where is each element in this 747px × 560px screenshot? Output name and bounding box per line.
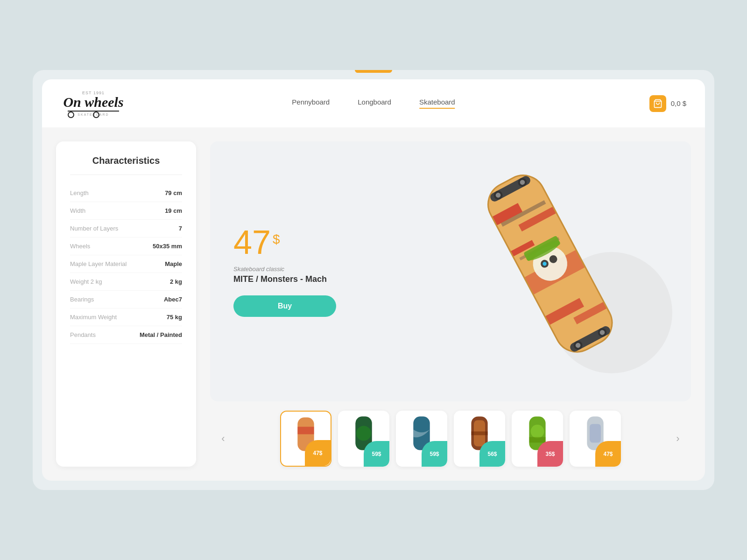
product-info: 47 $ Skateboard classic MITE / Monsters … — [233, 160, 336, 317]
logo-area: EST 1991 On wheels SKATEBOARD — [61, 91, 126, 116]
cart-button[interactable] — [649, 95, 666, 112]
char-value-bearings: Abec7 — [164, 296, 182, 303]
prev-arrow[interactable]: ‹ — [215, 430, 232, 447]
char-row-pendants: Pendants Metal / Painted — [70, 326, 182, 344]
thumb-card-1[interactable]: 59$ — [338, 411, 389, 467]
product-price-currency: $ — [273, 233, 280, 246]
char-value-weight: 2 kg — [170, 278, 182, 285]
nav-skateboard[interactable]: Skateboard — [419, 98, 455, 109]
skateboard-svg — [459, 153, 641, 374]
thumb-card-5[interactable]: 47$ — [570, 411, 621, 467]
char-row-wheels: Wheels 50x35 mm — [70, 238, 182, 255]
cart-area: 0,0 $ — [649, 95, 686, 112]
svg-point-41 — [531, 425, 544, 438]
thumb-price-2: 59$ — [422, 441, 447, 467]
svg-point-34 — [356, 426, 371, 441]
thumb-price-badge-0: 47$ — [305, 440, 331, 466]
thumb-price-badge-4: 35$ — [537, 441, 563, 467]
svg-rect-45 — [590, 424, 601, 442]
logo-wheel-left — [68, 112, 74, 118]
char-value-wheels: 50x35 mm — [153, 243, 182, 250]
char-label-max-weight: Maximum Weight — [70, 314, 117, 321]
thumbnails-row: ‹ — [210, 411, 691, 467]
thumb-price-badge-5: 47$ — [595, 441, 621, 467]
main-skateboard — [459, 131, 687, 382]
char-label-width: Width — [70, 207, 85, 214]
thumb-card-0[interactable]: 47$ — [280, 411, 331, 467]
logo-wheel-right — [93, 112, 99, 118]
body-area: Characteristics Length 79 cm Width 19 cm… — [42, 127, 705, 481]
characteristics-title: Characteristics — [70, 155, 182, 175]
product-main: 47 $ Skateboard classic MITE / Monsters … — [210, 141, 691, 401]
thumbs-container: 47$ — [232, 411, 669, 467]
thumb-card-3[interactable]: 56$ — [454, 411, 505, 467]
product-price-number: 47 — [233, 225, 271, 259]
char-value-maple: Maple — [165, 260, 182, 267]
svg-rect-31 — [297, 427, 314, 434]
skateboard-display — [467, 151, 663, 392]
logo-brand-text: On wheels — [63, 95, 123, 109]
thumb-price-1: 59$ — [364, 441, 389, 467]
content-area: 47 $ Skateboard classic MITE / Monsters … — [210, 141, 691, 467]
thumb-card-4[interactable]: 35$ — [512, 411, 563, 467]
cart-icon — [653, 99, 662, 108]
char-value-length: 79 cm — [165, 189, 182, 196]
char-row-maple: Maple Layer Material Maple — [70, 255, 182, 273]
thumb-price-0: 47$ — [305, 440, 331, 466]
main-nav: Pennyboard Longboard Skateboard — [292, 98, 455, 109]
thumb-price-4: 35$ — [537, 441, 563, 467]
nav-pennyboard[interactable]: Pennyboard — [292, 98, 330, 109]
thumb-card-2[interactable]: 59$ — [396, 411, 447, 467]
buy-button[interactable]: Buy — [233, 295, 336, 317]
outer-container: EST 1991 On wheels SKATEBOARD Pennyboard… — [33, 70, 714, 490]
char-value-pendants: Metal / Painted — [140, 331, 182, 338]
char-row-bearings: Bearings Abec7 — [70, 291, 182, 308]
char-row-layers: Number of Layers 7 — [70, 220, 182, 238]
logo-line — [68, 111, 119, 112]
char-label-wheels: Wheels — [70, 243, 90, 250]
product-subtitle: Skateboard classic — [233, 266, 336, 273]
char-value-max-weight: 75 kg — [167, 314, 182, 321]
logo-wheels — [68, 112, 119, 118]
char-label-layers: Number of Layers — [70, 225, 118, 232]
char-row-weight: Weight 2 kg 2 kg — [70, 273, 182, 291]
thumb-price-3: 56$ — [479, 441, 505, 467]
product-name: MITE / Monsters - Mach — [233, 274, 336, 284]
char-label-pendants: Pendants — [70, 331, 96, 338]
main-card: EST 1991 On wheels SKATEBOARD Pennyboard… — [42, 79, 705, 481]
char-row-width: Width 19 cm — [70, 202, 182, 220]
thumb-price-5: 47$ — [595, 441, 621, 467]
char-value-layers: 7 — [179, 225, 182, 232]
char-row-length: Length 79 cm — [70, 184, 182, 202]
char-label-length: Length — [70, 189, 89, 196]
thumb-price-badge-2: 59$ — [422, 441, 447, 467]
char-value-width: 19 cm — [165, 207, 182, 214]
svg-rect-39 — [471, 431, 487, 435]
thumb-price-badge-1: 59$ — [364, 441, 389, 467]
cart-total: 0,0 $ — [671, 99, 686, 107]
char-label-bearings: Bearings — [70, 296, 94, 303]
header: EST 1991 On wheels SKATEBOARD Pennyboard… — [42, 79, 705, 127]
product-price: 47 $ — [233, 225, 336, 259]
char-row-max-weight: Maximum Weight 75 kg — [70, 308, 182, 326]
char-label-maple: Maple Layer Material — [70, 260, 127, 267]
next-arrow[interactable]: › — [669, 430, 686, 447]
nav-longboard[interactable]: Longboard — [358, 98, 391, 109]
characteristics-panel: Characteristics Length 79 cm Width 19 cm… — [56, 141, 196, 467]
char-label-weight: Weight 2 kg — [70, 278, 102, 285]
thumb-price-badge-3: 56$ — [479, 441, 505, 467]
